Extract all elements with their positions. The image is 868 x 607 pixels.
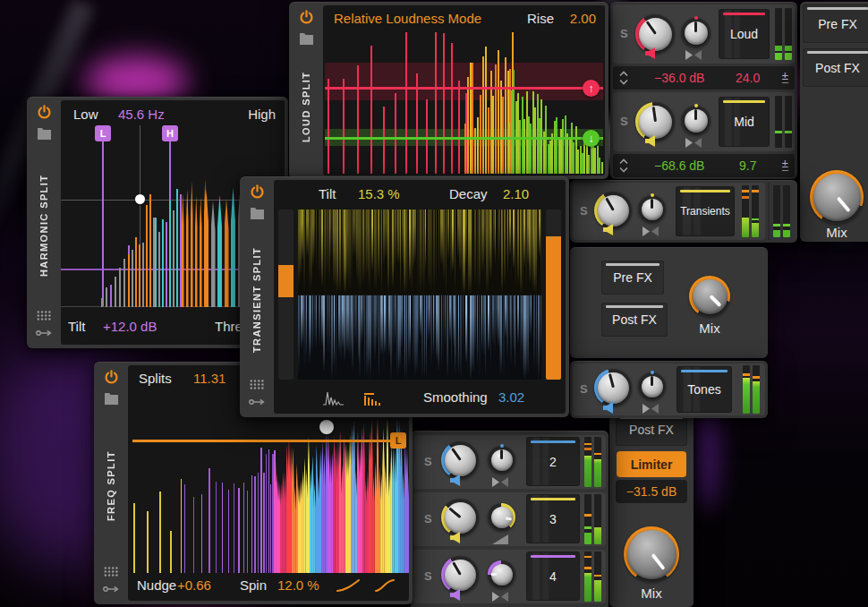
rise-value[interactable]: 2.00	[570, 11, 596, 26]
band-label: Loud	[730, 27, 758, 41]
slider-handle[interactable]	[546, 236, 561, 380]
spectrum-hold-icon[interactable]	[363, 392, 381, 406]
band-button-tones[interactable]: Tones	[677, 366, 732, 413]
expand-chevrons-icon[interactable]	[619, 71, 628, 85]
nudge-value[interactable]: +0.66	[177, 577, 211, 593]
solo-button[interactable]: S	[424, 512, 432, 526]
pan-knob[interactable]	[638, 372, 666, 400]
volume-knob[interactable]	[441, 556, 479, 594]
solo-button[interactable]: S	[424, 569, 432, 583]
loud-mix-knob[interactable]	[810, 170, 864, 224]
level-meter	[775, 8, 792, 60]
loud-split-device: LOUD SPLIT Relative Loudness Mode Rise 2…	[289, 2, 608, 179]
drag-handle-icon[interactable]	[37, 311, 51, 321]
power-icon[interactable]	[299, 10, 314, 25]
loudness-spectrum[interactable]	[325, 32, 603, 174]
pan-knob[interactable]	[488, 560, 515, 588]
band-level-line[interactable]	[132, 440, 402, 442]
post-fx-button[interactable]: Post FX	[601, 303, 668, 337]
tilt-value[interactable]: +12.0 dB	[103, 319, 157, 334]
range-value[interactable]: 9.7	[739, 158, 756, 173]
solo-button[interactable]: S	[620, 27, 628, 40]
routing-icon[interactable]	[36, 329, 52, 338]
transient-mode-icon[interactable]	[323, 391, 345, 406]
threshold-label: Thre	[215, 319, 243, 334]
pan-knob[interactable]	[681, 18, 711, 47]
routing-icon[interactable]	[249, 398, 265, 406]
folder-icon[interactable]	[38, 128, 51, 140]
rise-marker[interactable]: ↑	[583, 80, 600, 97]
crosshair-handle[interactable]	[135, 194, 145, 204]
limiter-threshold-value[interactable]: −31.5 dB	[616, 480, 687, 503]
post-fx-button[interactable]: Post FX	[803, 48, 868, 87]
limiter-button[interactable]: Limiter	[617, 451, 686, 477]
drag-handle-icon[interactable]	[250, 380, 264, 389]
low-marker-handle[interactable]: L	[95, 125, 111, 141]
volume-knob[interactable]	[594, 369, 632, 406]
band-marker-handle[interactable]: L	[390, 432, 406, 449]
range-value[interactable]: 24.0	[736, 71, 760, 85]
spin-value[interactable]: 12.0 %	[277, 577, 319, 593]
post-fx-button[interactable]: Post FX	[616, 414, 687, 446]
curve-shape-icon[interactable]	[336, 578, 360, 593]
pre-fx-button[interactable]: Pre FX	[601, 261, 664, 295]
speaker-icon	[603, 402, 616, 414]
right-range-slider[interactable]	[546, 209, 561, 380]
folder-icon[interactable]	[105, 393, 118, 405]
band-button-transients[interactable]: Transients	[676, 186, 735, 236]
tilt-value[interactable]: 15.3 %	[358, 186, 400, 201]
transient-mix-knob[interactable]	[689, 276, 730, 317]
volume-knob[interactable]	[441, 441, 479, 479]
fall-marker[interactable]: ↓	[583, 130, 600, 147]
decay-value[interactable]: 2.10	[503, 186, 529, 201]
plus-minus-icon[interactable]: ±	[782, 157, 788, 171]
band-button-mid[interactable]: Mid	[719, 97, 770, 147]
band-button-4[interactable]: 4	[526, 551, 580, 601]
master-mix-knob[interactable]	[624, 526, 679, 582]
level-meter	[743, 365, 760, 414]
fall-threshold-line[interactable]	[325, 137, 603, 140]
band-button-2[interactable]: 2	[526, 437, 580, 486]
left-range-slider[interactable]	[278, 209, 294, 380]
mode-label[interactable]: Relative Loudness Mode	[334, 11, 481, 26]
routing-icon[interactable]	[103, 585, 119, 594]
solo-button[interactable]: S	[620, 115, 628, 128]
pan-knob[interactable]	[488, 446, 515, 474]
band-strip-2: S 2	[413, 435, 606, 489]
band-button-3[interactable]: 3	[526, 494, 580, 543]
power-icon[interactable]	[37, 105, 52, 120]
band-button-loud[interactable]: Loud	[719, 9, 770, 59]
power-icon[interactable]	[104, 370, 119, 385]
solo-button[interactable]: S	[424, 455, 432, 468]
solo-button[interactable]: S	[580, 382, 588, 396]
splits-value[interactable]: 11.31	[193, 371, 226, 386]
freq-spectrum[interactable]	[128, 392, 409, 573]
s-curve-icon[interactable]	[375, 578, 395, 593]
smoothing-value[interactable]: 3.02	[498, 389, 524, 405]
slider-handle[interactable]	[278, 265, 294, 297]
split-frequency-value[interactable]: 45.6 Hz	[118, 107, 165, 122]
threshold-db-value[interactable]: −68.6 dB	[654, 158, 704, 173]
band-label: 2	[549, 455, 557, 469]
pan-knob[interactable]	[488, 503, 515, 531]
threshold-db-value[interactable]: −36.0 dB	[654, 71, 704, 85]
meter-bar	[752, 185, 759, 237]
pan-knob[interactable]	[638, 195, 666, 223]
drag-handle-icon[interactable]	[104, 567, 118, 577]
volume-knob[interactable]	[441, 499, 479, 536]
band-label: 3	[549, 512, 557, 526]
split-handle[interactable]	[319, 420, 334, 434]
power-icon[interactable]	[250, 184, 265, 200]
expand-chevrons-icon[interactable]	[619, 158, 628, 173]
speaker-icon	[450, 532, 463, 543]
pre-fx-button[interactable]: Pre FX	[803, 4, 868, 43]
rise-threshold-line[interactable]	[325, 87, 603, 90]
pan-knob[interactable]	[681, 106, 711, 135]
solo-button[interactable]: S	[580, 204, 588, 218]
folder-icon[interactable]	[251, 208, 264, 219]
plus-minus-icon[interactable]: ±	[782, 69, 788, 83]
decay-label: Decay	[449, 186, 488, 201]
folder-icon[interactable]	[300, 33, 313, 45]
mid-value-row: −68.6 dB 9.7 ±	[613, 154, 795, 177]
high-marker-handle[interactable]: H	[162, 125, 178, 141]
